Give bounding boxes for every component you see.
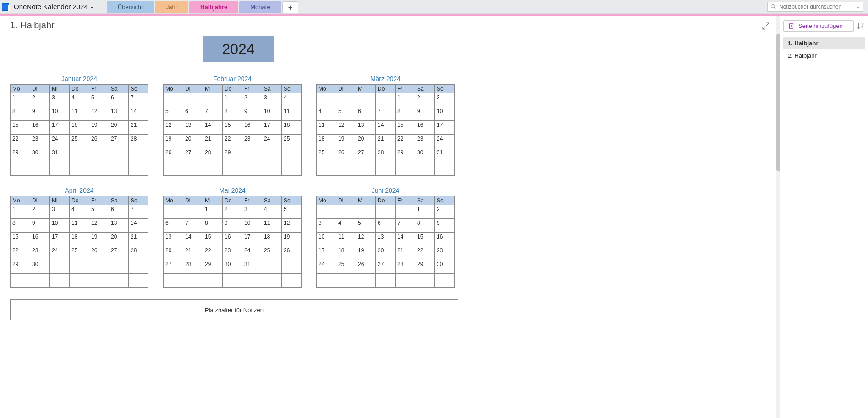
day-cell[interactable]: 12 bbox=[89, 107, 109, 121]
day-cell[interactable] bbox=[415, 274, 435, 288]
day-cell[interactable]: 20 bbox=[356, 135, 376, 148]
day-cell[interactable] bbox=[223, 274, 242, 288]
day-cell[interactable]: 27 bbox=[109, 135, 129, 148]
day-cell[interactable]: 23 bbox=[435, 246, 455, 260]
day-cell[interactable]: 25 bbox=[282, 135, 302, 148]
day-cell[interactable]: 7 bbox=[203, 107, 223, 121]
day-cell[interactable] bbox=[396, 162, 415, 176]
day-cell[interactable] bbox=[129, 148, 148, 162]
day-cell[interactable] bbox=[242, 162, 262, 176]
day-cell[interactable]: 16 bbox=[415, 121, 435, 135]
day-cell[interactable] bbox=[129, 274, 148, 288]
day-cell[interactable]: 4 bbox=[262, 205, 282, 219]
day-cell[interactable]: 30 bbox=[30, 260, 50, 274]
day-cell[interactable]: 25 bbox=[70, 246, 89, 260]
day-cell[interactable]: 9 bbox=[30, 107, 50, 121]
tab-overview[interactable]: Übersicht bbox=[107, 1, 154, 13]
day-cell[interactable]: 15 bbox=[203, 233, 223, 246]
day-cell[interactable]: 25 bbox=[70, 135, 89, 148]
day-cell[interactable] bbox=[317, 205, 336, 219]
day-cell[interactable] bbox=[89, 260, 109, 274]
day-cell[interactable] bbox=[282, 148, 302, 162]
day-cell[interactable]: 17 bbox=[242, 233, 262, 246]
day-cell[interactable]: 29 bbox=[396, 148, 415, 162]
day-cell[interactable]: 12 bbox=[336, 121, 356, 135]
day-cell[interactable]: 24 bbox=[242, 246, 262, 260]
day-cell[interactable]: 31 bbox=[242, 260, 262, 274]
day-cell[interactable]: 3 bbox=[242, 205, 262, 219]
day-cell[interactable] bbox=[356, 274, 376, 288]
day-cell[interactable]: 27 bbox=[164, 260, 183, 274]
day-cell[interactable]: 8 bbox=[223, 107, 242, 121]
day-cell[interactable]: 11 bbox=[70, 219, 89, 233]
day-cell[interactable]: 21 bbox=[129, 233, 148, 246]
day-cell[interactable] bbox=[11, 162, 30, 176]
day-cell[interactable]: 4 bbox=[336, 219, 356, 233]
day-cell[interactable]: 28 bbox=[203, 148, 223, 162]
day-cell[interactable]: 1 bbox=[223, 93, 242, 107]
day-cell[interactable]: 27 bbox=[356, 148, 376, 162]
day-cell[interactable]: 13 bbox=[183, 121, 203, 135]
day-cell[interactable]: 25 bbox=[262, 246, 282, 260]
day-cell[interactable] bbox=[396, 205, 415, 219]
day-cell[interactable]: 29 bbox=[203, 260, 223, 274]
day-cell[interactable]: 22 bbox=[11, 135, 30, 148]
day-cell[interactable]: 26 bbox=[89, 135, 109, 148]
day-cell[interactable]: 7 bbox=[376, 107, 396, 121]
day-cell[interactable] bbox=[70, 162, 89, 176]
day-cell[interactable]: 14 bbox=[396, 233, 415, 246]
day-cell[interactable]: 27 bbox=[376, 260, 396, 274]
day-cell[interactable]: 10 bbox=[242, 219, 262, 233]
day-cell[interactable] bbox=[242, 148, 262, 162]
day-cell[interactable]: 23 bbox=[30, 246, 50, 260]
day-cell[interactable]: 3 bbox=[262, 93, 282, 107]
day-cell[interactable]: 24 bbox=[435, 135, 455, 148]
sort-icon[interactable] bbox=[857, 22, 865, 30]
search-input[interactable] bbox=[779, 4, 855, 10]
day-cell[interactable]: 27 bbox=[183, 148, 203, 162]
day-cell[interactable]: 17 bbox=[317, 246, 336, 260]
day-cell[interactable] bbox=[435, 162, 455, 176]
day-cell[interactable]: 21 bbox=[396, 246, 415, 260]
day-cell[interactable]: 30 bbox=[415, 148, 435, 162]
day-cell[interactable]: 30 bbox=[223, 260, 242, 274]
day-cell[interactable] bbox=[109, 260, 129, 274]
notes-placeholder[interactable]: Platzhalter für Notizen bbox=[10, 299, 458, 320]
day-cell[interactable]: 18 bbox=[282, 121, 302, 135]
day-cell[interactable]: 16 bbox=[435, 233, 455, 246]
day-cell[interactable] bbox=[282, 162, 302, 176]
day-cell[interactable]: 28 bbox=[129, 246, 148, 260]
day-cell[interactable] bbox=[262, 274, 282, 288]
day-cell[interactable]: 26 bbox=[89, 246, 109, 260]
day-cell[interactable]: 13 bbox=[356, 121, 376, 135]
day-cell[interactable]: 15 bbox=[223, 121, 242, 135]
day-cell[interactable]: 31 bbox=[50, 148, 70, 162]
day-cell[interactable] bbox=[70, 274, 89, 288]
day-cell[interactable] bbox=[109, 162, 129, 176]
day-cell[interactable]: 8 bbox=[203, 219, 223, 233]
day-cell[interactable]: 14 bbox=[183, 233, 203, 246]
day-cell[interactable] bbox=[183, 274, 203, 288]
day-cell[interactable]: 10 bbox=[262, 107, 282, 121]
day-cell[interactable]: 4 bbox=[282, 93, 302, 107]
day-cell[interactable]: 24 bbox=[317, 260, 336, 274]
day-cell[interactable] bbox=[336, 274, 356, 288]
day-cell[interactable]: 18 bbox=[70, 233, 89, 246]
day-cell[interactable]: 5 bbox=[282, 205, 302, 219]
add-page-button[interactable]: Seite hinzufügen bbox=[783, 20, 854, 32]
day-cell[interactable]: 2 bbox=[30, 93, 50, 107]
day-cell[interactable]: 19 bbox=[356, 246, 376, 260]
day-cell[interactable]: 19 bbox=[164, 135, 183, 148]
tab-halbjahre[interactable]: Halbjahre bbox=[189, 1, 238, 13]
day-cell[interactable]: 18 bbox=[70, 121, 89, 135]
day-cell[interactable]: 1 bbox=[203, 205, 223, 219]
day-cell[interactable]: 6 bbox=[109, 205, 129, 219]
day-cell[interactable]: 2 bbox=[435, 205, 455, 219]
day-cell[interactable]: 8 bbox=[11, 107, 30, 121]
page-list-item[interactable]: 2. Halbjahr bbox=[783, 49, 865, 62]
day-cell[interactable]: 1 bbox=[396, 93, 415, 107]
day-cell[interactable] bbox=[435, 274, 455, 288]
day-cell[interactable]: 7 bbox=[183, 219, 203, 233]
day-cell[interactable] bbox=[164, 93, 183, 107]
day-cell[interactable]: 14 bbox=[129, 219, 148, 233]
